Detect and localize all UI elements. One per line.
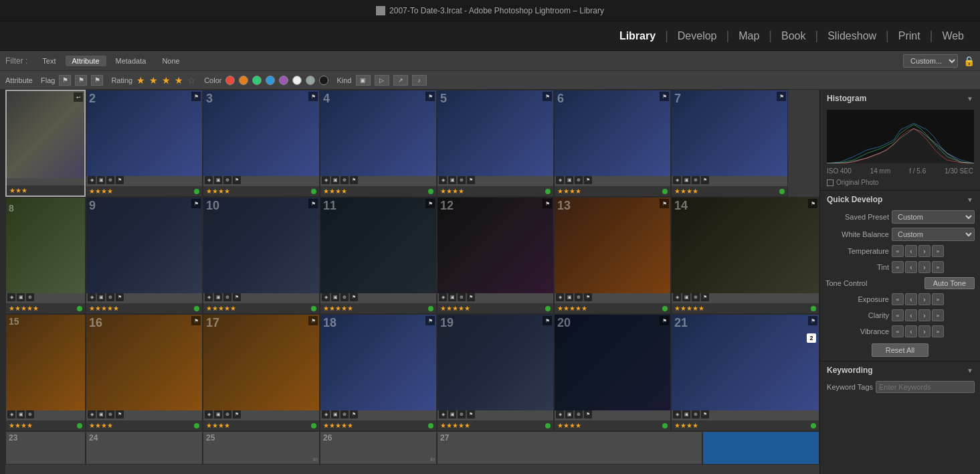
kind-btn-2[interactable]: ▷ <box>375 75 389 86</box>
filter-tab-text[interactable]: Text <box>35 56 62 66</box>
grid-cell-24-partial[interactable]: 25 ≡! <box>203 431 320 465</box>
star-4[interactable]: ★ <box>175 75 183 86</box>
exposure-dec-dec[interactable]: « <box>892 293 904 305</box>
grid-cell-7[interactable]: 7 ⚑ ◈ ▣ ⊕ ⚑ ★★★★ <box>671 90 788 197</box>
cell-btn-flag-12[interactable]: ⚑ <box>543 199 552 208</box>
flag-btn-2[interactable]: ⚑ <box>75 75 87 86</box>
cell-btn-flag-2[interactable]: ⚑ <box>191 92 201 101</box>
keyword-tags-input[interactable] <box>876 381 975 393</box>
kind-btn-1[interactable]: ▣ <box>356 75 371 86</box>
grid-cell-25-partial[interactable]: 26 ≡! <box>320 431 437 465</box>
clarity-dec[interactable]: ‹ <box>905 309 917 321</box>
cell-btn-flag-3[interactable]: ⚑ <box>308 92 318 101</box>
grid-cell-22-partial[interactable]: 23 <box>5 431 86 465</box>
cell-btn-flag-9[interactable]: ⚑ <box>191 199 201 208</box>
cell-btn-flag-19[interactable]: ⚑ <box>543 316 552 325</box>
clarity-inc[interactable]: › <box>918 309 930 321</box>
grid-cell-9[interactable]: 9 ⚑ ◈ ▣ ⊕ ⚑ ★★★★★ <box>86 197 203 314</box>
nav-item-develop[interactable]: Develop <box>668 21 726 51</box>
clarity-dec-dec[interactable]: « <box>892 309 904 321</box>
temperature-dec[interactable]: ‹ <box>905 245 917 257</box>
grid-cell-2[interactable]: 2 ⚑ ◈ ▣ ⊕ ⚑ ★★★★ <box>86 90 203 197</box>
lock-icon[interactable]: 🔒 <box>963 56 975 66</box>
saved-preset-select[interactable]: Custom <box>892 210 975 224</box>
exposure-inc-inc[interactable]: » <box>932 293 944 305</box>
nav-item-library[interactable]: Library <box>610 21 665 51</box>
grid-cell-17[interactable]: 17 ⚑ ◈ ▣ ⊕ ⚑ ★★★★ <box>203 314 320 431</box>
color-swatch-blue[interactable] <box>266 76 275 85</box>
cell-btn-flag-10[interactable]: ⚑ <box>308 199 318 208</box>
kind-btn-4[interactable]: ♪ <box>412 75 427 86</box>
cell-btn-flag-18[interactable]: ⚑ <box>425 316 435 325</box>
reset-all-button[interactable]: Reset All <box>872 343 928 357</box>
grid-cell-27-partial[interactable] <box>702 431 819 465</box>
auto-tone-button[interactable]: Auto Tone <box>924 277 975 289</box>
star-3[interactable]: ★ <box>162 75 171 86</box>
grid-cell-12[interactable]: 12 ⚑ ◈ ▣ ⊕ ⚑ ★★★★★ <box>437 197 554 314</box>
color-swatch-gray[interactable] <box>306 76 315 85</box>
vibrance-dec[interactable]: ‹ <box>905 325 917 337</box>
grid-cell-5[interactable]: 5 ⚑ ◈ ▣ ⊕ ⚑ ★★★★ <box>437 90 554 197</box>
cell-btn-flag-7[interactable]: ⚑ <box>777 92 786 101</box>
tint-dec[interactable]: ‹ <box>905 261 917 273</box>
grid-cell-20[interactable]: 20 ⚑ ◈ ▣ ⊕ ⚑ ★★★★ <box>554 314 671 431</box>
quick-develop-header[interactable]: Quick Develop ▼ <box>820 191 980 208</box>
original-photo-checkbox[interactable] <box>827 179 834 186</box>
grid-cell-8[interactable]: 8 ◈ ▣ ⊕ ★★★★★ <box>5 197 86 314</box>
color-swatch-orange[interactable] <box>239 76 248 85</box>
cell-btn-flag-14[interactable]: ⚑ <box>808 199 817 208</box>
grid-cell-19[interactable]: 19 ⚑ ◈ ▣ ⊕ ⚑ ★★★★★ <box>437 314 554 431</box>
clarity-inc-inc[interactable]: » <box>932 309 944 321</box>
keywording-header[interactable]: Keywording ▼ <box>820 362 980 379</box>
white-balance-select[interactable]: Custom <box>892 228 975 241</box>
custom-filter-dropdown[interactable]: Custom... <box>903 54 958 68</box>
color-swatch-green[interactable] <box>252 76 262 85</box>
temperature-dec-dec[interactable]: « <box>892 245 904 257</box>
grid-cell-14[interactable]: 14 ⚑ ◈ ▣ ⊕ ⚑ ★★★★★ <box>671 197 819 314</box>
flag-btn-3[interactable]: ⚑ <box>91 75 103 86</box>
vibrance-inc-inc[interactable]: » <box>932 325 944 337</box>
cell-btn-flag-20[interactable]: ⚑ <box>660 316 669 325</box>
tint-inc-inc[interactable]: » <box>932 261 944 273</box>
grid-cell-16[interactable]: 16 ⚑ ◈ ▣ ⊕ ⚑ ★★★★ <box>86 314 203 431</box>
cell-btn-rotate[interactable]: ↩ <box>74 92 83 102</box>
tint-inc[interactable]: › <box>918 261 930 273</box>
grid-scroll[interactable]: ↩ ★★★ 2 ⚑ ◈ ▣ ⊕ <box>5 90 819 474</box>
cell-btn-flag-17[interactable]: ⚑ <box>308 316 318 325</box>
tint-dec-dec[interactable]: « <box>892 261 904 273</box>
grid-cell-13[interactable]: 13 ⚑ ◈ ▣ ⊕ ⚑ ★★★★★ <box>554 197 671 314</box>
nav-item-print[interactable]: Print <box>889 21 930 51</box>
star-1[interactable]: ★ <box>136 75 145 86</box>
cell-btn-flag-4[interactable]: ⚑ <box>425 92 435 101</box>
exposure-inc[interactable]: › <box>918 293 930 305</box>
color-swatch-white[interactable] <box>292 76 302 85</box>
grid-cell-15[interactable]: 15 ◈ ▣ ⊕ ★★★★ <box>5 314 86 431</box>
kind-btn-3[interactable]: ↗ <box>393 75 408 86</box>
exposure-dec[interactable]: ‹ <box>905 293 917 305</box>
star-5[interactable]: ☆ <box>187 75 196 86</box>
grid-cell-3[interactable]: 3 ⚑ ◈ ▣ ⊕ ⚑ ★★★★ <box>203 90 320 197</box>
nav-item-book[interactable]: Book <box>772 21 815 51</box>
grid-cell-10[interactable]: 10 ⚑ ◈ ▣ ⊕ ⚑ ★★★★★ <box>203 197 320 314</box>
star-2[interactable]: ★ <box>149 75 158 86</box>
nav-item-web[interactable]: Web <box>933 21 973 51</box>
vibrance-inc[interactable]: › <box>918 325 930 337</box>
color-swatch-red[interactable] <box>225 76 235 85</box>
grid-cell-11[interactable]: 11 ⚑ ◈ ▣ ⊕ ⚑ ★★★★★ <box>320 197 437 314</box>
filter-tab-attribute[interactable]: Attribute <box>66 56 106 66</box>
nav-item-slideshow[interactable]: Slideshow <box>818 21 886 51</box>
grid-cell-26-partial[interactable]: 27 <box>437 431 702 465</box>
filter-tab-metadata[interactable]: Metadata <box>109 56 153 66</box>
filter-tab-none[interactable]: None <box>155 56 186 66</box>
cell-btn-flag-5[interactable]: ⚑ <box>543 92 552 101</box>
cell-btn-flag-11[interactable]: ⚑ <box>425 199 435 208</box>
temperature-inc[interactable]: › <box>918 245 930 257</box>
color-swatch-black[interactable] <box>319 76 328 85</box>
cell-btn-flag-21[interactable]: ⚑ <box>808 316 817 325</box>
grid-cell-4[interactable]: 4 ⚑ ◈ ▣ ⊕ ⚑ ★★★★ <box>320 90 437 197</box>
histogram-header[interactable]: Histogram ▼ <box>820 90 980 107</box>
cell-btn-flag-6[interactable]: ⚑ <box>660 92 669 101</box>
grid-cell-1[interactable]: ↩ ★★★ <box>5 90 86 197</box>
temperature-inc-inc[interactable]: » <box>932 245 944 257</box>
nav-item-map[interactable]: Map <box>729 21 769 51</box>
